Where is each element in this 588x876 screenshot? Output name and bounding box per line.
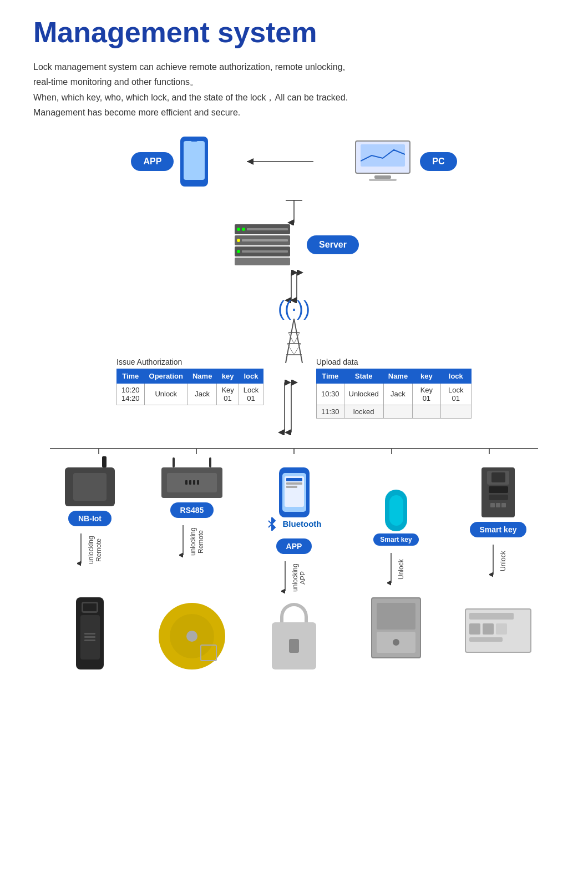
arrow-tower-to-devices xyxy=(275,380,302,435)
upload-row-1: 10:30 Unlocked Jack Key 01 Lock 01 xyxy=(317,383,472,405)
bluetooth-badge: Bluetooth xyxy=(267,517,322,531)
rs485-sublabel: Remote unlocking xyxy=(189,522,205,561)
upload-table-caption: Upload data xyxy=(316,358,472,366)
upload-th-state: State xyxy=(344,369,383,383)
locks-row xyxy=(33,597,555,669)
device-app: Bluetooth APP APP unlocking xyxy=(250,467,338,597)
desc-line-3: When, which key, who, which lock, and th… xyxy=(33,93,348,102)
issue-table: Time Operation Name key lock 10:2014:20 … xyxy=(116,369,263,405)
upload-table-block: Upload data Time State Name key lock xyxy=(316,358,483,419)
arrow-app-to-center xyxy=(241,156,319,167)
upload-th-lock: lock xyxy=(440,369,471,383)
page-title: Management system xyxy=(33,17,555,48)
description-block: Lock management system can achieve remot… xyxy=(33,59,555,120)
lock-app xyxy=(252,597,336,669)
device-nb-iot: NB-Iot Remote unlocking xyxy=(45,467,134,570)
app-sublabel: APP unlocking xyxy=(291,558,307,597)
issue-table-caption: Issue Authorization xyxy=(116,358,261,366)
app-label: APP xyxy=(131,152,174,171)
devices-row: NB-Iot Remote unlocking xyxy=(33,467,555,597)
lock-cabinet xyxy=(354,597,438,658)
upload-table: Time State Name key lock 10:30 Unlocked … xyxy=(316,369,472,419)
rs485-label: RS485 xyxy=(170,502,214,518)
smart-key-mid-label: Smart key xyxy=(373,533,418,546)
device-smart-key-right: Smart key Unlock xyxy=(454,467,543,581)
device-rs485: RS485 Remote unlocking xyxy=(148,467,236,561)
server-label: Server xyxy=(307,235,359,254)
lock-nb-iot xyxy=(48,597,131,669)
pc-label: PC xyxy=(420,152,457,171)
issue-th-lock: lock xyxy=(239,369,263,383)
upload-th-time: Time xyxy=(317,369,344,383)
smart-key-right-sublabel: Unlock xyxy=(499,542,507,581)
issue-table-block: Issue Authorization Time Operation Name … xyxy=(105,358,261,405)
main-diagram: APP xyxy=(33,137,555,669)
desc-line-2: real-time monitoring and other functions… xyxy=(33,77,199,87)
desc-line-4: Management has become more efficient and… xyxy=(33,108,240,117)
lock-rs485 xyxy=(150,597,234,669)
nb-iot-label: NB-Iot xyxy=(68,511,111,526)
issue-row-1: 10:2014:20 Unlock Jack Key 01 Lock 01 xyxy=(117,383,263,405)
smart-key-right-label: Smart key xyxy=(470,522,527,537)
issue-th-key: key xyxy=(217,369,239,383)
nb-iot-sublabel: Remote unlocking xyxy=(87,531,103,570)
issue-th-name: Name xyxy=(187,369,216,383)
app-device-label: APP xyxy=(276,538,312,554)
desc-line-1: Lock management system can achieve remot… xyxy=(33,62,345,72)
upload-row-2: 11:30 locked xyxy=(317,405,472,418)
lock-box xyxy=(457,597,540,653)
smart-key-mid-sublabel: Unlock xyxy=(397,550,405,589)
issue-th-operation: Operation xyxy=(144,369,187,383)
issue-th-time: Time xyxy=(117,369,145,383)
upload-th-name: Name xyxy=(383,369,412,383)
upload-th-key: key xyxy=(413,369,440,383)
horizontal-connector xyxy=(50,443,538,454)
device-smart-key-mid: Smart key Unlock xyxy=(352,467,440,589)
tower-icon xyxy=(277,319,311,363)
